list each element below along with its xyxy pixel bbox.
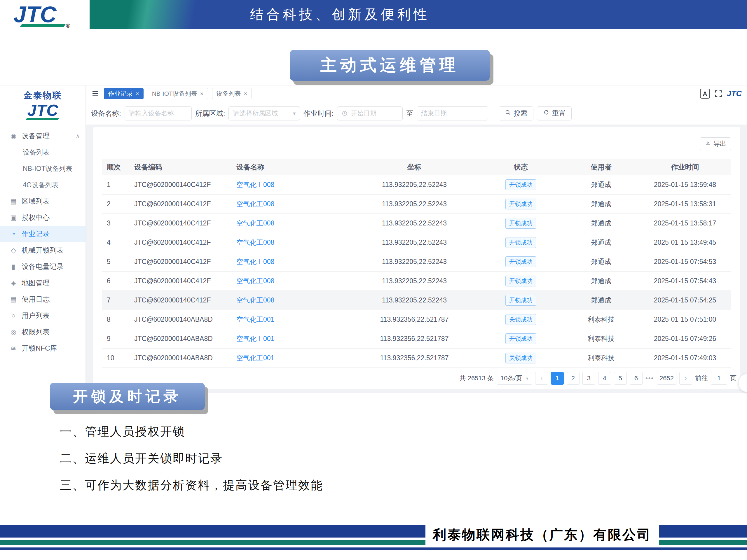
tab-device-list[interactable]: 设备列表 × (212, 88, 252, 99)
status-badge: 关锁成功 (506, 353, 536, 364)
end-date-input[interactable]: 结束日期 (417, 106, 488, 121)
sidebar-item-device-battery-records[interactable]: ▮ 设备电量记录 (0, 259, 85, 275)
table-row[interactable]: 3 JTC@6020000140C412F 空气化工008 113.932205… (102, 214, 731, 233)
device-name-link[interactable]: 空气化工008 (233, 257, 350, 266)
reset-button[interactable]: 重置 (537, 106, 572, 121)
page-size-select[interactable]: 10条/页 ▾ (497, 372, 532, 385)
table-row[interactable]: 5 JTC@6020000140C412F 空气化工008 113.932205… (102, 252, 731, 271)
device-name-link[interactable]: 空气化工008 (233, 276, 350, 286)
font-size-icon[interactable]: A (700, 89, 710, 99)
sidebar-item-permission-list[interactable]: ◎ 权限列表 (0, 324, 85, 340)
jtc-logo: JTC ® (14, 3, 89, 31)
device-name-field[interactable] (129, 110, 187, 117)
menu-fold-icon[interactable] (91, 89, 100, 98)
close-icon[interactable]: × (136, 90, 139, 97)
top-banner: 结合科技、创新及便利性 (89, 0, 747, 29)
device-name-link[interactable]: 空气化工008 (233, 180, 350, 189)
table-row[interactable]: 9 JTC@6020000140ABA8D 空气化工001 113.932356… (102, 329, 731, 349)
jtc-mini-logo: JTC (727, 90, 742, 98)
device-name-link[interactable]: 空气化工001 (233, 353, 350, 363)
map-icon: ◈ (9, 279, 18, 287)
sidebar-item-device-management[interactable]: ◉ 设备管理 ∧ (0, 128, 85, 144)
goto-suffix: 页 (730, 374, 737, 383)
status-badge: 开锁成功 (506, 237, 536, 248)
col-header-coord: 坐标 (350, 162, 479, 172)
logo-text: JTC (14, 3, 56, 26)
status-badge: 开锁成功 (506, 276, 536, 287)
bullet-3: 三、可作为大数据分析资料，提高设备管理效能 (60, 477, 323, 493)
table-row[interactable]: 7 JTC@6020000140C412F 空气化工008 113.932205… (102, 291, 731, 310)
page-button-4[interactable]: 4 (598, 372, 611, 385)
goto-page-input[interactable] (711, 372, 727, 385)
prev-page-button[interactable]: ‹ (535, 372, 548, 385)
close-icon[interactable]: × (244, 90, 248, 97)
table-row[interactable]: 8 JTC@6020000140ABA8D 空气化工001 113.932356… (102, 310, 731, 329)
sidebar-item-4g-device-list[interactable]: 4G设备列表 (0, 177, 85, 193)
tab-bar: 作业记录 × NB-IOT设备列表 × 设备列表 × A JTC (86, 85, 747, 102)
brand-logo: JTC (0, 102, 85, 123)
nfc-library-icon: ≋ (9, 344, 18, 352)
status-badge: 开锁成功 (506, 295, 536, 306)
search-button[interactable]: 搜索 (499, 106, 534, 121)
sidebar-item-nbiot-device-list[interactable]: NB-IOT设备列表 (0, 160, 85, 177)
secondary-title-badge: 开锁及时记录 (50, 383, 205, 410)
device-name-link[interactable]: 空气化工008 (233, 219, 350, 228)
total-count: 共 26513 条 (460, 374, 494, 383)
page-button-6[interactable]: 6 (630, 372, 643, 385)
sidebar-item-job-records[interactable]: ◔ 作业记录 (0, 226, 85, 242)
page-button-1[interactable]: 1 (551, 372, 564, 385)
export-button[interactable]: 导出 (700, 137, 731, 150)
sidebar-item-user-list[interactable]: ○ 用户列表 (0, 308, 85, 324)
table-row[interactable]: 4 JTC@6020000140C412F 空气化工008 113.932205… (102, 233, 731, 252)
tab-nbiot-device-list[interactable]: NB-IOT设备列表 × (148, 88, 208, 99)
device-name-input[interactable] (125, 106, 192, 121)
bullet-list: 一、管理人员授权开锁 二、运维人员开关锁即时记录 三、可作为大数据分析资料，提高… (60, 424, 323, 504)
page-button-3[interactable]: 3 (583, 372, 595, 385)
table-row[interactable]: 1 JTC@6020000140C412F 空气化工008 113.932205… (102, 175, 731, 194)
region-list-icon: ▦ (9, 197, 18, 205)
job-time-label: 作业时间: (304, 109, 334, 118)
col-header-status: 状态 (479, 162, 563, 172)
page-button-last[interactable]: 2652 (657, 372, 676, 385)
auth-center-icon: ▣ (9, 214, 18, 222)
device-name-link[interactable]: 空气化工001 (233, 315, 350, 324)
banner-title: 结合科技、创新及便利性 (250, 5, 430, 24)
region-select[interactable]: 请选择所属区域 ▾ (229, 106, 300, 121)
bullet-2: 二、运维人员开关锁即时记录 (60, 450, 323, 466)
status-badge: 开锁成功 (506, 218, 536, 229)
sidebar-item-auth-center[interactable]: ▣ 授权中心 (0, 209, 85, 226)
sidebar-item-map-management[interactable]: ◈ 地图管理 (0, 275, 85, 291)
col-header-index: 顺次 (102, 162, 131, 172)
bullet-1: 一、管理人员授权开锁 (60, 424, 323, 439)
page-button-5[interactable]: 5 (614, 372, 627, 385)
table-row[interactable]: 2 JTC@6020000140C412F 空气化工008 113.932205… (102, 194, 731, 214)
next-page-button[interactable]: › (679, 372, 692, 385)
table-row[interactable]: 10 JTC@6020000140ABA8D 空气化工001 113.93235… (102, 349, 731, 368)
device-name-link[interactable]: 空气化工008 (233, 296, 350, 305)
table-row[interactable]: 6 JTC@6020000140C412F 空气化工008 113.932205… (102, 271, 731, 291)
sidebar-menu: ◉ 设备管理 ∧ 设备列表 NB-IOT设备列表 4G设备列表 ▦ 区域列表 (0, 128, 85, 356)
download-icon (705, 140, 711, 148)
close-icon[interactable]: × (200, 90, 204, 97)
registered-mark: ® (66, 23, 70, 29)
brand-name: 金泰物联 (0, 89, 85, 102)
status-badge: 开锁成功 (506, 334, 536, 344)
page-button-2[interactable]: 2 (567, 372, 579, 385)
search-icon (505, 109, 511, 117)
clock-icon (341, 110, 348, 117)
sidebar-item-device-list[interactable]: 设备列表 (0, 144, 85, 160)
sidebar: 金泰物联 JTC ◉ 设备管理 ∧ 设备列表 NB-IOT设备列表 4G设备列 (0, 85, 86, 393)
tab-job-records[interactable]: 作业记录 × (104, 88, 144, 99)
sidebar-item-usage-log[interactable]: ▤ 使用日志 (0, 291, 85, 308)
footer-stripe-navy-thin (0, 548, 747, 550)
start-date-input[interactable]: 开始日期 (337, 106, 403, 121)
sidebar-item-mechanical-unlock-list[interactable]: ◇ 机械开锁列表 (0, 242, 85, 259)
device-name-link[interactable]: 空气化工008 (233, 238, 350, 247)
device-name-label: 设备名称: (91, 109, 121, 118)
sidebar-item-region-list[interactable]: ▦ 区域列表 (0, 193, 85, 209)
col-header-user: 使用者 (563, 162, 639, 172)
fullscreen-icon[interactable] (714, 89, 723, 98)
sidebar-item-unlock-nfc-library[interactable]: ≋ 开锁NFC库 (0, 340, 85, 356)
device-name-link[interactable]: 空气化工001 (233, 334, 350, 343)
device-name-link[interactable]: 空气化工008 (233, 199, 350, 209)
